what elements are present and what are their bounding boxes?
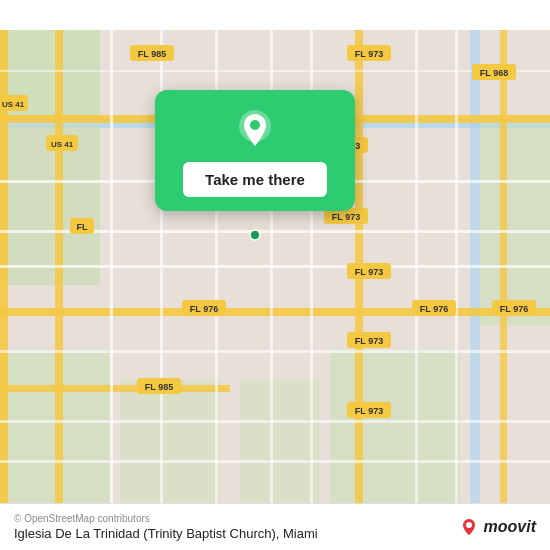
popup-card: Take me there bbox=[155, 90, 355, 211]
svg-point-65 bbox=[466, 522, 472, 528]
svg-rect-9 bbox=[240, 380, 320, 510]
map-container: FL 985 FL 973 FL 968 US 41 US 41 FL 973 … bbox=[0, 0, 550, 550]
location-pin-icon bbox=[233, 108, 277, 152]
svg-rect-20 bbox=[0, 350, 550, 353]
bottom-left: © OpenStreetMap contributors Iglesia De … bbox=[14, 513, 318, 541]
svg-text:FL 976: FL 976 bbox=[420, 304, 448, 314]
moovit-text: moovit bbox=[484, 518, 536, 536]
moovit-pin-icon bbox=[459, 517, 479, 537]
svg-text:US 41: US 41 bbox=[51, 140, 74, 149]
svg-text:FL 973: FL 973 bbox=[355, 336, 383, 346]
svg-rect-19 bbox=[0, 265, 550, 268]
bottom-bar: © OpenStreetMap contributors Iglesia De … bbox=[0, 503, 550, 550]
svg-text:FL 976: FL 976 bbox=[190, 304, 218, 314]
svg-rect-24 bbox=[110, 30, 113, 520]
svg-text:FL 973: FL 973 bbox=[355, 406, 383, 416]
svg-text:FL 985: FL 985 bbox=[145, 382, 173, 392]
svg-point-64 bbox=[250, 120, 260, 130]
moovit-logo: moovit bbox=[459, 517, 536, 537]
svg-rect-6 bbox=[330, 350, 460, 510]
svg-rect-16 bbox=[500, 30, 507, 520]
svg-text:FL 973: FL 973 bbox=[355, 49, 383, 59]
svg-rect-14 bbox=[55, 30, 63, 520]
svg-text:FL 973: FL 973 bbox=[332, 212, 360, 222]
svg-text:FL 976: FL 976 bbox=[500, 304, 528, 314]
svg-text:FL 973: FL 973 bbox=[355, 267, 383, 277]
svg-rect-7 bbox=[480, 125, 550, 325]
svg-rect-2 bbox=[470, 30, 480, 520]
svg-rect-12 bbox=[0, 385, 230, 392]
location-name: Iglesia De La Trinidad (Trinity Baptist … bbox=[14, 526, 318, 541]
svg-text:FL 968: FL 968 bbox=[480, 68, 508, 78]
svg-text:FL: FL bbox=[77, 222, 88, 232]
take-me-there-button[interactable]: Take me there bbox=[183, 162, 327, 197]
svg-text:FL 985: FL 985 bbox=[138, 49, 166, 59]
copyright-text: © OpenStreetMap contributors bbox=[14, 513, 318, 524]
svg-point-62 bbox=[250, 230, 260, 240]
svg-rect-11 bbox=[0, 308, 550, 316]
svg-rect-21 bbox=[0, 420, 550, 423]
svg-rect-22 bbox=[0, 460, 550, 463]
svg-rect-8 bbox=[120, 380, 220, 510]
svg-rect-23 bbox=[0, 70, 550, 72]
map-svg: FL 985 FL 973 FL 968 US 41 US 41 FL 973 … bbox=[0, 0, 550, 550]
svg-rect-30 bbox=[455, 30, 458, 520]
svg-text:US 41: US 41 bbox=[2, 100, 25, 109]
svg-rect-29 bbox=[415, 30, 418, 520]
